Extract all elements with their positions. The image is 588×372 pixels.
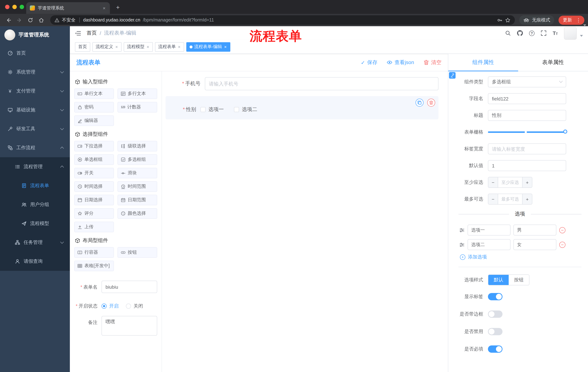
gender-widget-selected[interactable]: *性别 选项一 选项二 — [166, 96, 439, 119]
gender-checkbox-option1[interactable]: 选项一 — [200, 106, 224, 113]
status-off-radio[interactable]: 关闭 — [126, 303, 143, 309]
remark-textarea[interactable]: 嘿嘿 — [102, 316, 157, 336]
sidebar-logo[interactable]: 芋道管理系统 — [0, 26, 70, 44]
remove-option-button[interactable]: − — [559, 242, 566, 248]
tag-process-definition[interactable]: 流程定义 × — [92, 42, 122, 52]
palette-item[interactable]: 日期选择 — [74, 195, 114, 205]
title-input[interactable] — [488, 110, 566, 121]
sidebar-item-payment[interactable]: ¥ 支付管理 — [0, 82, 70, 100]
avatar[interactable] — [564, 27, 577, 40]
save-button[interactable]: ✓ 保存 — [361, 59, 377, 66]
palette-item[interactable]: 123计数器 — [117, 102, 157, 112]
close-icon[interactable]: × — [224, 44, 227, 49]
widget-delete-button[interactable] — [427, 99, 435, 107]
increase-button[interactable]: + — [522, 177, 532, 187]
widget-copy-button[interactable] — [416, 99, 423, 107]
window-zoom-button[interactable] — [20, 5, 24, 9]
tab-component-props[interactable]: 组件属性 — [448, 54, 518, 71]
sidebar-item-process-model[interactable]: 流程模型 — [0, 214, 70, 233]
remove-option-button[interactable]: − — [559, 227, 566, 233]
required-toggle[interactable] — [488, 345, 503, 353]
more-menu-icon[interactable]: ⋮ — [575, 17, 582, 23]
reload-button[interactable] — [25, 15, 35, 25]
default-value-input[interactable] — [488, 160, 566, 171]
component-type-select[interactable]: 多选框组 — [488, 76, 566, 87]
gender-checkbox-option2[interactable]: 选项二 — [234, 106, 257, 113]
close-icon[interactable]: × — [115, 44, 118, 49]
palette-item[interactable]: 评分 — [74, 208, 114, 219]
sidebar-item-workflow[interactable]: 工作流程 — [0, 138, 70, 157]
help-icon[interactable]: ? — [529, 30, 535, 36]
palette-item[interactable]: 单选框组 — [74, 154, 114, 165]
palette-item[interactable]: 行容器 — [74, 247, 114, 258]
add-option-button[interactable]: + 添加选项 — [460, 254, 581, 260]
close-icon[interactable]: × — [178, 44, 181, 49]
phone-field-row[interactable]: *手机号 — [166, 77, 439, 90]
sidebar-item-task-mgmt[interactable]: 任务管理 — [0, 233, 70, 252]
view-json-button[interactable]: 查看json — [387, 59, 414, 66]
palette-item[interactable]: 开关 — [74, 168, 114, 178]
max-select-stepper[interactable]: − 最多可选 + — [488, 194, 532, 205]
palette-item[interactable]: 颜色选择 — [117, 208, 157, 219]
forward-button[interactable] — [15, 15, 24, 25]
disabled-toggle[interactable] — [488, 328, 503, 335]
sidebar-item-devtools[interactable]: 研发工具 — [0, 119, 70, 138]
palette-item[interactable]: 表格[开发中] — [74, 261, 114, 271]
decrease-button[interactable]: − — [488, 194, 498, 204]
sidebar-item-system-mgmt[interactable]: 系统管理 — [0, 63, 70, 82]
bookmark-star-icon[interactable] — [505, 17, 511, 23]
tag-process-model[interactable]: 流程模型 × — [124, 42, 153, 52]
palette-item[interactable]: 单行文本 — [74, 88, 114, 99]
option-value-input[interactable] — [514, 239, 556, 250]
drag-handle-icon[interactable] — [459, 242, 465, 247]
tab-close-icon[interactable]: × — [102, 5, 106, 11]
browser-tab[interactable]: 芋道管理系统 × — [26, 2, 110, 14]
tag-home[interactable]: 首页 — [75, 42, 90, 52]
field-name-input[interactable] — [488, 93, 566, 104]
option-style-default[interactable]: 默认 — [488, 275, 509, 285]
option-label-input[interactable] — [468, 224, 511, 235]
palette-item[interactable]: 多选框组 — [117, 154, 157, 165]
close-icon[interactable]: × — [146, 44, 149, 49]
palette-item[interactable]: 多行文本 — [117, 88, 157, 99]
palette-item[interactable]: 级联选择 — [117, 141, 157, 151]
palette-item[interactable]: 时间范围 — [117, 181, 157, 192]
palette-item[interactable]: 按钮 — [117, 247, 157, 258]
sidebar-item-infra[interactable]: 基础设施 — [0, 100, 70, 119]
palette-item[interactable]: 密码 — [74, 102, 114, 112]
sidebar-item-home[interactable]: 首页 — [0, 44, 70, 63]
palette-item[interactable]: 编辑器 — [74, 115, 114, 126]
key-icon[interactable] — [497, 17, 503, 23]
palette-item[interactable]: 下拉选择 — [74, 141, 114, 151]
clear-button[interactable]: 清空 — [423, 59, 441, 66]
font-size-icon[interactable]: TT — [553, 30, 558, 36]
sidebar-item-process-form[interactable]: 流程表单 — [0, 176, 70, 195]
update-button[interactable]: 更新 ⋮ — [558, 15, 584, 25]
min-select-stepper[interactable]: − 至少应选 + — [488, 177, 532, 188]
status-on-radio[interactable]: 开启 — [102, 303, 119, 309]
sidebar-item-leave-query[interactable]: 请假查询 — [0, 252, 70, 271]
option-style-button[interactable]: 按钮 — [509, 275, 529, 285]
form-name-input[interactable] — [102, 281, 157, 293]
option-label-input[interactable] — [468, 239, 511, 250]
option-value-input[interactable] — [514, 224, 556, 235]
label-width-input[interactable] — [488, 143, 566, 154]
fullscreen-icon[interactable] — [541, 30, 546, 36]
window-minimize-button[interactable] — [12, 5, 17, 9]
form-canvas[interactable]: *手机号 — [162, 71, 448, 372]
address-bar[interactable]: 不安全 dashboard.yudao.iocoder.cn/bpm/manag… — [50, 15, 515, 25]
breadcrumb-home[interactable]: 首页 — [87, 30, 97, 36]
tag-process-form-edit[interactable]: 流程表单-编辑 × — [186, 42, 230, 52]
drag-handle-icon[interactable] — [459, 227, 465, 233]
palette-item[interactable]: 日期范围 — [117, 195, 157, 205]
link-icon[interactable] — [449, 72, 456, 79]
back-button[interactable] — [4, 15, 13, 25]
window-close-button[interactable] — [5, 5, 10, 9]
new-tab-button[interactable]: + — [113, 2, 123, 13]
home-button[interactable] — [36, 15, 46, 25]
palette-item[interactable]: 上传 — [74, 222, 114, 232]
border-toggle[interactable] — [488, 310, 503, 318]
increase-button[interactable]: + — [522, 194, 532, 204]
palette-item[interactable]: 时间选择 — [74, 181, 114, 192]
tab-form-props[interactable]: 表单属性 — [518, 54, 588, 71]
